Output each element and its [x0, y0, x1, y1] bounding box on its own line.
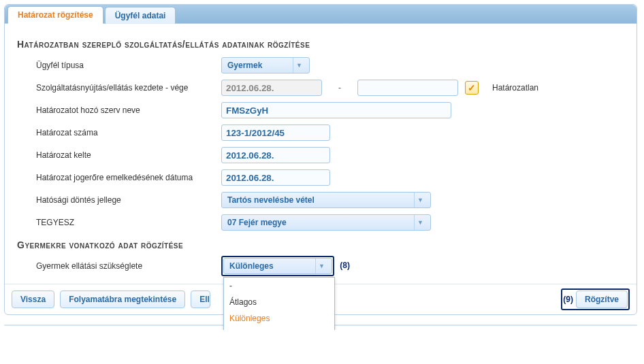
option-kulonleges[interactable]: Különleges	[224, 310, 334, 327]
label-jogero: Határozat jogerőre emelkedésének dátuma	[17, 173, 221, 182]
tab-body: Határozatban szereplő szolgáltatás/ellát…	[5, 24, 637, 284]
flowchart-button[interactable]: Folyamatábra megtekintése	[60, 291, 185, 308]
section2-title: Gyermekre vonatkozó adat rögzítése	[17, 239, 624, 250]
label-tegyesz: TEGYESZ	[17, 218, 221, 227]
input-jogero[interactable]	[221, 169, 330, 186]
chevron-down-icon: ▼	[293, 58, 305, 73]
option-dash[interactable]: -	[224, 278, 334, 294]
checkbox-hatarozatlan[interactable]: ✓	[465, 81, 479, 95]
annotation-8: (8)	[340, 261, 350, 270]
combo-tegyesz[interactable]: 07 Fejér megye ▼	[221, 214, 431, 231]
dropdown-options: - Átlagos Különleges Speciális	[223, 277, 335, 330]
label-szam: Határozat száma	[17, 128, 221, 137]
option-specialis[interactable]: Speciális	[224, 327, 334, 330]
combo-szukseglet[interactable]: Különleges ▼	[223, 258, 332, 274]
section1-title: Határozatban szereplő szolgáltatás/ellát…	[17, 39, 624, 50]
label-ugyfel-tipus: Ügyfél típusa	[17, 61, 221, 70]
rogzitve-highlight-box: (9) Rögzítve	[561, 288, 630, 310]
label-dontes: Hatósági döntés jellege	[17, 195, 221, 205]
combo-dontes[interactable]: Tartós nevelésbe vétel ▼	[221, 192, 431, 208]
back-button[interactable]: Vissza	[12, 291, 54, 308]
label-szukseglet: Gyermek ellátási szükséglete	[17, 261, 221, 271]
combo-dontes-value: Tartós nevelésbe vétel	[227, 195, 315, 205]
rogzitve-button[interactable]: Rögzítve	[576, 291, 628, 308]
label-kelte: Határozat kelte	[17, 150, 221, 160]
annotation-9: (9)	[563, 295, 573, 304]
input-kelte[interactable]	[221, 147, 330, 163]
label-szolg: Szolgáltatásnyújtás/ellátás kezdete - vé…	[17, 83, 221, 93]
ell-button-cut[interactable]: Ell	[191, 291, 210, 308]
tab-ugyfel[interactable]: Ügyfél adatai	[105, 7, 176, 24]
label-hatarozatlan: Határozatlan	[492, 83, 538, 93]
label-szerv: Határozatot hozó szerv neve	[17, 105, 221, 115]
dropdown-highlight-box: Különleges ▼ (8) - Átlagos Különleges Sp…	[221, 256, 334, 276]
combo-ugyfel-tipus[interactable]: Gyermek ▼	[221, 57, 310, 73]
form-panel: Határozat rögzítése Ügyfél adatai Határo…	[4, 4, 637, 315]
tab-hatarozat[interactable]: Határozat rögzítése	[7, 6, 103, 24]
input-szam[interactable]	[221, 125, 330, 141]
chevron-down-icon: ▼	[414, 215, 426, 230]
combo-tegyesz-value: 07 Fejér megye	[227, 218, 287, 227]
check-icon: ✓	[468, 82, 476, 93]
combo-ugyfel-tipus-value: Gyermek	[227, 61, 262, 70]
option-atlagos[interactable]: Átlagos	[224, 294, 334, 310]
chevron-down-icon: ▼	[414, 193, 426, 208]
tab-bar: Határozat rögzítése Ügyfél adatai	[5, 5, 637, 24]
input-szolg-start[interactable]	[221, 80, 322, 96]
combo-szukseglet-value: Különleges	[229, 261, 274, 271]
chevron-down-icon: ▼	[315, 259, 327, 274]
range-dash: -	[329, 83, 351, 93]
input-szolg-end[interactable]	[357, 80, 458, 96]
input-szerv[interactable]	[221, 102, 451, 118]
